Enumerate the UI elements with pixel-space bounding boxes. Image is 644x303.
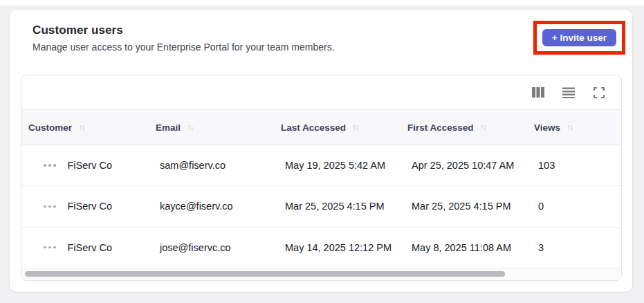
column-header-views[interactable]: Views ↑↓ [527,122,621,133]
users-table: Customer ↑↓ Email ↑↓ Last Accessed ↑↓ Fi… [21,75,622,281]
first-accessed-cell: Apr 25, 2025 10:47 AM [401,160,527,171]
row-actions-ellipsis-icon[interactable] [42,162,57,169]
first-accessed-cell: May 8, 2025 11:08 AM [401,242,527,253]
sort-icon[interactable]: ↑↓ [567,122,574,132]
column-header-last-accessed[interactable]: Last Accessed ↑↓ [274,122,401,133]
column-header-first-accessed[interactable]: First Accessed ↑↓ [401,122,527,133]
email-cell: jose@fiservc.co [149,242,274,253]
email-cell: sam@fiserv.co [149,160,274,171]
annotation-highlight-box: + Invite user [533,21,625,55]
customer-name: FiServ Co [68,242,112,253]
last-accessed-cell: May 14, 2025 12:12 PM [274,242,401,253]
table-header-row: Customer ↑↓ Email ↑↓ Last Accessed ↑↓ Fi… [21,109,621,145]
customer-cell: FiServ Co [21,201,149,212]
customer-name: FiServ Co [68,160,112,171]
email-cell: kayce@fiserv.co [149,201,274,212]
columns-icon[interactable] [531,86,545,100]
sort-icon[interactable]: ↑↓ [78,122,86,132]
row-actions-ellipsis-icon[interactable] [42,203,57,210]
table-toolbar [21,75,621,109]
page-top-strip [0,0,644,6]
views-cell: 103 [527,160,621,171]
row-actions-ellipsis-icon[interactable] [42,244,57,251]
last-accessed-cell: Mar 25, 2025 4:15 PM [274,201,401,212]
density-icon[interactable] [562,86,576,100]
page-subtitle: Manage user access to your Enterprise Po… [33,42,335,53]
customer-name: FiServ Co [68,201,112,212]
table-row[interactable]: FiServ Co sam@fiserv.co May 19, 2025 5:4… [21,145,621,186]
sort-icon[interactable]: ↑↓ [187,122,194,132]
last-accessed-cell: May 19, 2025 5:42 AM [274,160,401,171]
column-header-label: First Accessed [407,122,474,133]
column-header-label: Views [534,122,560,133]
customer-users-card: Customer users Manage user access to you… [10,10,632,292]
column-header-label: Email [156,122,181,133]
column-header-email[interactable]: Email ↑↓ [149,122,274,133]
column-header-label: Customer [28,122,72,133]
card-header-text: Customer users Manage user access to you… [33,21,335,53]
horizontal-scrollbar[interactable] [21,268,621,280]
table-row[interactable]: FiServ Co jose@fiservc.co May 14, 2025 1… [21,228,621,268]
table-row[interactable]: FiServ Co kayce@fiserv.co Mar 25, 2025 4… [21,186,621,227]
card-header: Customer users Manage user access to you… [10,10,632,55]
customer-cell: FiServ Co [21,160,149,171]
sort-icon[interactable]: ↑↓ [480,122,488,132]
scrollbar-thumb[interactable] [25,271,505,277]
invite-user-button[interactable]: + Invite user [542,29,616,46]
column-header-customer[interactable]: Customer ↑↓ [21,122,149,133]
views-cell: 3 [527,242,621,253]
fullscreen-icon[interactable] [592,86,606,100]
views-cell: 0 [527,201,621,212]
page-title: Customer users [33,24,335,37]
customer-cell: FiServ Co [21,242,149,253]
column-header-label: Last Accessed [281,122,346,133]
first-accessed-cell: Mar 25, 2025 4:15 PM [401,201,527,212]
sort-icon[interactable]: ↑↓ [352,122,360,132]
